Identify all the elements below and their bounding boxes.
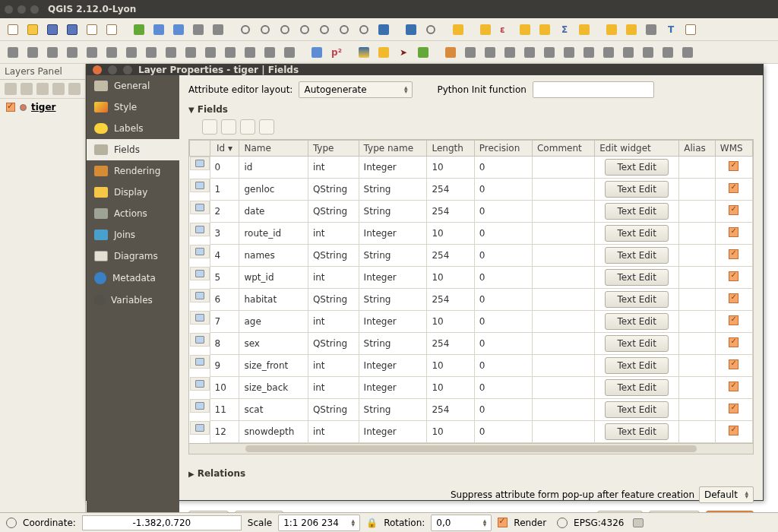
s4-icon[interactable] — [521, 44, 538, 61]
filter-icon[interactable] — [36, 83, 49, 95]
wms-checkbox[interactable] — [729, 293, 738, 303]
wms-checkbox[interactable] — [729, 315, 738, 325]
expr-icon[interactable] — [52, 83, 65, 95]
s8-icon[interactable] — [600, 44, 617, 61]
column-header[interactable]: Alias — [679, 141, 716, 157]
sidebar-item-labels[interactable]: Labels — [87, 118, 179, 139]
gear-icon[interactable] — [415, 44, 432, 61]
wms-checkbox[interactable] — [729, 271, 738, 281]
edit-widget-button[interactable]: Text Edit — [605, 357, 669, 374]
render-checkbox[interactable] — [498, 518, 508, 527]
edit-widget-button[interactable]: Text Edit — [605, 181, 669, 198]
add-feature-icon[interactable] — [131, 21, 147, 38]
table-row[interactable]: 3 route_id int Integer 10 0 Text Edit — [190, 223, 753, 245]
cut-icon[interactable] — [182, 44, 199, 61]
del-icon[interactable] — [163, 44, 179, 61]
digitize-icon[interactable] — [190, 21, 207, 38]
mv-icon[interactable] — [123, 44, 140, 61]
pg-icon[interactable] — [103, 44, 120, 61]
table-row[interactable]: 0 id int Integer 10 0 Text Edit — [190, 157, 753, 179]
table-row[interactable]: 10 size_back int Integer 10 0 Text Edit — [190, 377, 753, 399]
bookmark-icon[interactable] — [603, 21, 620, 38]
dialog-close-icon[interactable] — [93, 65, 102, 74]
edit-mode-icon[interactable] — [240, 119, 255, 135]
maximize-icon[interactable] — [30, 5, 39, 14]
redo-icon[interactable] — [261, 44, 278, 61]
column-header[interactable]: Length — [427, 141, 474, 157]
s6-icon[interactable] — [561, 44, 577, 61]
wms-checkbox[interactable] — [729, 205, 738, 215]
table-row[interactable]: 11 scat QString String 254 0 Text Edit — [190, 399, 753, 421]
annotate-icon[interactable] — [643, 21, 659, 38]
s9-icon[interactable] — [620, 44, 637, 61]
edit-icon[interactable] — [44, 44, 61, 61]
s11-icon[interactable] — [659, 44, 676, 61]
style-icon[interactable] — [5, 83, 17, 95]
edit-widget-button[interactable]: Text Edit — [605, 291, 669, 308]
close-icon[interactable] — [5, 5, 13, 14]
snap-icon[interactable] — [462, 44, 479, 61]
python-icon[interactable] — [356, 44, 372, 61]
scroll-thumb[interactable] — [245, 445, 697, 452]
table-row[interactable]: 12 snowdepth int Integer 10 0 Text Edit — [190, 421, 753, 443]
s2-icon[interactable] — [482, 44, 498, 61]
identify-icon[interactable] — [403, 21, 419, 38]
messages-icon[interactable] — [633, 518, 644, 527]
s12-icon[interactable] — [679, 44, 696, 61]
sidebar-item-variables[interactable]: Variables — [87, 290, 179, 311]
rotation-spinner[interactable]: 0,0▴▾ — [431, 515, 492, 531]
s5-icon[interactable] — [541, 44, 558, 61]
edit-widget-button[interactable]: Text Edit — [605, 313, 669, 330]
sidebar-item-style[interactable]: Style — [87, 97, 179, 118]
zoom-in-icon[interactable] — [237, 21, 254, 38]
edit-widget-button[interactable]: Text Edit — [605, 423, 669, 440]
sidebar-item-diagrams[interactable]: Diagrams — [87, 245, 179, 267]
epsg-label[interactable]: EPSG:4326 — [574, 518, 624, 528]
edit-widget-button[interactable]: Text Edit — [605, 203, 669, 220]
refresh-icon[interactable] — [375, 21, 392, 38]
proc-icon[interactable] — [308, 44, 325, 61]
rt-icon[interactable] — [143, 44, 160, 61]
s3-icon[interactable] — [501, 44, 518, 61]
edit-widget-button[interactable]: Text Edit — [605, 269, 669, 286]
dialog-titlebar[interactable]: Layer Properties - tiger | Fields — [87, 65, 763, 75]
group-icon[interactable] — [68, 83, 81, 95]
zoom-next-icon[interactable] — [356, 21, 372, 38]
sidebar-item-rendering[interactable]: Rendering — [87, 160, 179, 182]
pencil-icon[interactable] — [5, 44, 21, 61]
p2-icon[interactable]: p² — [328, 44, 345, 61]
save-icon[interactable] — [44, 21, 61, 38]
column-header[interactable]: Type name — [359, 141, 427, 157]
globe-icon[interactable] — [6, 518, 17, 528]
measure-icon[interactable] — [576, 21, 593, 38]
table-row[interactable]: 8 sex QString String 254 0 Text Edit — [190, 333, 753, 355]
table-row[interactable]: 2 date QString String 254 0 Text Edit — [190, 201, 753, 223]
delete-field-icon[interactable] — [221, 119, 236, 135]
new-project-icon[interactable] — [5, 21, 21, 38]
text-annot-icon[interactable]: T — [663, 21, 679, 38]
zoom-layer-icon[interactable] — [296, 21, 313, 38]
table-row[interactable]: 5 wpt_id int Integer 10 0 Text Edit — [190, 267, 753, 289]
wms-checkbox[interactable] — [729, 227, 738, 237]
dialog-maximize-icon[interactable] — [123, 65, 132, 74]
wms-checkbox[interactable] — [729, 382, 738, 391]
grid-icon[interactable] — [375, 44, 392, 61]
column-header[interactable]: WMS — [715, 141, 752, 157]
wms-checkbox[interactable] — [729, 404, 738, 413]
field-calc-icon[interactable] — [536, 21, 553, 38]
column-header[interactable]: Edit widget — [595, 141, 679, 157]
fields-section-header[interactable]: ▼Fields — [188, 101, 754, 118]
zoom-out-icon[interactable] — [257, 21, 274, 38]
table-row[interactable]: 1 genloc QString String 254 0 Text Edit — [190, 179, 753, 201]
sidebar-item-actions[interactable]: Actions — [87, 203, 179, 224]
composer-manager-icon[interactable] — [103, 21, 120, 38]
ln-icon[interactable] — [84, 44, 100, 61]
sidebar-item-fields[interactable]: Fields — [87, 139, 179, 160]
expr-sel-icon[interactable]: ε — [497, 21, 514, 38]
d2-icon[interactable] — [210, 21, 226, 38]
layer-visible-checkbox[interactable] — [6, 103, 15, 112]
edit-widget-button[interactable]: Text Edit — [605, 379, 669, 396]
layer-item-tiger[interactable]: tiger — [0, 99, 85, 116]
column-header[interactable]: Id ▾ — [210, 141, 239, 157]
select-icon[interactable] — [450, 21, 466, 38]
